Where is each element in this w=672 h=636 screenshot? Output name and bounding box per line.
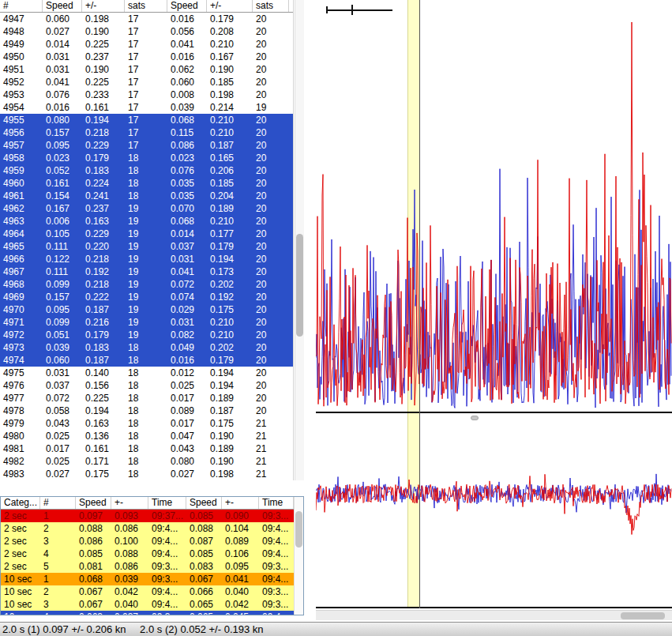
cell: 0.014 [43,38,82,51]
result-row[interactable]: 10 sec40.0630.03709:3...0.0650.04509:4..… [1,611,303,615]
cell: 20 [253,177,289,190]
table-row[interactable]: 49770.0720.225180.0170.18920 [0,392,293,405]
speed-noise-chart-bottom[interactable] [316,422,672,608]
table-row[interactable]: 49720.0510.179190.0820.21020 [0,329,293,341]
column-header[interactable]: sats [125,0,167,12]
cell: 0.202 [207,341,253,354]
table-row[interactable]: 49660.1220.218190.0310.19420 [0,253,293,265]
results-table-scrollbar[interactable] [294,497,303,615]
column-header[interactable]: Time [259,497,294,509]
result-row[interactable]: 2 sec30.0860.10009:4...0.0870.08909:4... [1,535,303,548]
cell: 0.111 [43,265,82,278]
table-row[interactable]: 49580.0230.179180.0230.16520 [0,152,293,164]
table-row[interactable]: 49760.0370.156180.0250.19420 [0,379,293,392]
column-header[interactable]: +/- [207,0,253,12]
table-row[interactable]: 49610.1540.241180.0350.20420 [0,190,293,202]
table-row[interactable]: 49640.1050.229190.0140.17720 [0,228,293,240]
table-row[interactable]: 49700.0950.187190.0290.17520 [0,303,293,316]
table-row[interactable]: 49600.1610.224180.0350.18520 [0,177,293,190]
table-row[interactable]: 49590.0520.183180.0760.20620 [0,164,293,177]
cell: 17 [125,25,167,38]
table-row[interactable]: 49750.0310.140180.0120.19420 [0,367,293,379]
column-header[interactable]: Categ... [1,497,40,509]
cell: 19 [125,253,167,265]
table-row[interactable]: 49670.1110.192190.0410.17320 [0,265,293,278]
trackpoint-table-scrollbar[interactable] [295,0,304,480]
table-row[interactable]: 49530.0760.233170.0080.19820 [0,88,293,101]
cell: 0.088 [186,522,222,535]
table-row[interactable]: 49570.0950.229170.0860.18720 [0,139,293,152]
table-row[interactable]: 49810.0170.161180.0430.18921 [0,442,293,455]
result-row[interactable]: 2 sec20.0880.08609:4...0.0880.10409:4... [1,522,303,535]
result-row[interactable]: 2 sec40.0850.08809:4...0.0850.10609:4... [1,548,303,560]
table-row[interactable]: 49820.0250.171180.0800.19021 [0,455,293,468]
cell: 09:3... [259,510,294,522]
table-row[interactable]: 49680.0990.218190.0720.20220 [0,278,293,291]
table-row[interactable]: 49520.0410.225170.0600.18520 [0,76,293,88]
column-header[interactable]: +/- [82,0,125,12]
table-row[interactable]: 49550.0800.194170.0680.21020 [0,114,293,126]
cell: 0.086 [76,535,111,548]
table-row[interactable]: 49740.0600.187180.0160.17920 [0,354,293,367]
table-row[interactable]: 49650.1110.220190.0370.17920 [0,240,293,253]
cell: 0.016 [167,354,207,367]
cell: 4973 [0,341,43,354]
table-row[interactable]: 49490.0140.225170.0410.21020 [0,38,293,51]
column-header[interactable]: Speed [167,0,207,12]
cell: 19 [125,316,167,329]
result-row[interactable]: 2 sec50.0810.08609:3...0.0830.09509:3... [1,560,303,573]
table-row[interactable]: 49500.0310.237170.0160.16720 [0,51,293,63]
cell: 4955 [0,114,43,126]
table-row[interactable]: 49690.1570.222190.0740.19220 [0,291,293,303]
result-row[interactable]: 2 sec10.0970.09309:37...0.0850.09009:3..… [1,510,303,522]
column-header[interactable]: sats [253,0,289,12]
scrollbar-thumb[interactable] [621,612,665,619]
table-row[interactable]: 49830.0270.175180.0270.19821 [0,468,293,480]
cell: 0.090 [222,510,259,522]
slider-handle-icon[interactable] [351,5,353,15]
column-header[interactable]: Speed [43,0,82,12]
chart-horizontal-scrollbar[interactable] [316,610,672,620]
scrollbar-thumb[interactable] [295,511,302,548]
chart-divider-handle[interactable] [471,416,479,420]
cell: 0.099 [43,278,82,291]
cell: 0.189 [207,202,253,215]
cell: 0.161 [82,101,125,114]
cell: 19 [125,303,167,316]
cell: 19 [125,215,167,228]
table-row[interactable]: 49620.1670.237190.0700.18920 [0,202,293,215]
table-row[interactable]: 49560.1570.218170.1150.21020 [0,126,293,139]
table-row[interactable]: 49630.0060.163190.0680.21020 [0,215,293,228]
scrollbar-thumb[interactable] [296,234,303,337]
table-row[interactable]: 49730.0390.183180.0490.20220 [0,341,293,354]
table-row[interactable]: 49480.0270.190170.0560.20820 [0,25,293,38]
speed-noise-chart-top[interactable] [316,0,672,413]
table-row[interactable]: 49790.0430.163180.0170.17521 [0,417,293,430]
table-row[interactable]: 49800.0250.136180.0470.19021 [0,430,293,442]
result-row[interactable]: 10 sec30.0670.04009:4...0.0650.04209:3..… [1,598,303,611]
column-header[interactable]: Speed [76,497,111,509]
column-header[interactable]: +- [111,497,148,509]
table-row[interactable]: 49710.0990.216190.0310.21020 [0,316,293,329]
slider-track[interactable] [326,9,392,11]
cell: 0.140 [82,367,125,379]
cell: 0.086 [111,560,148,573]
cell: 19 [125,228,167,240]
result-row[interactable]: 10 sec20.0670.04209:4...0.0660.04009:3..… [1,585,303,598]
cell: 4969 [0,291,43,303]
cell: 18 [125,341,167,354]
column-header[interactable]: +- [222,497,259,509]
table-row[interactable]: 49780.0580.194180.0890.18720 [0,405,293,417]
table-row[interactable]: 49510.0310.190170.0620.19020 [0,63,293,76]
cell: 4964 [0,228,43,240]
zoom-slider[interactable] [326,5,392,16]
column-header[interactable]: Speed [186,497,222,509]
column-header[interactable]: # [0,0,43,12]
column-header[interactable]: Time [148,497,186,509]
column-header[interactable]: # [40,497,76,509]
cell: 20 [253,354,289,367]
cell: 0.086 [111,522,148,535]
table-row[interactable]: 49540.0160.161170.0390.21419 [0,101,293,114]
result-row[interactable]: 10 sec10.0680.03909:3...0.0670.04109:4..… [1,573,303,585]
table-row[interactable]: 49470.0600.198170.0160.17920 [0,13,293,25]
